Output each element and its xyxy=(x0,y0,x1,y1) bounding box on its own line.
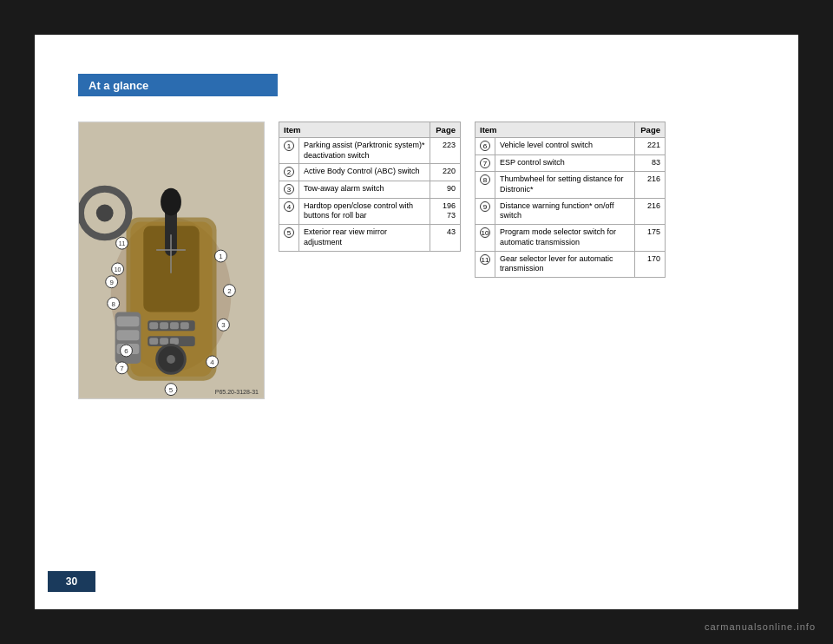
table-row: 9 Distance warning function* on/off swit… xyxy=(476,198,666,224)
item-number: 7 xyxy=(476,154,495,172)
svg-text:3: 3 xyxy=(221,321,226,329)
table-row: 6 Vehicle level control switch 221 xyxy=(476,138,666,155)
item-number: 9 xyxy=(476,198,495,224)
header-title: At a glance xyxy=(89,79,148,92)
svg-text:7: 7 xyxy=(120,365,123,372)
item-description: Active Body Control (ABC) switch xyxy=(299,164,430,181)
left-table-item-header: Item xyxy=(279,122,430,138)
right-table: Item Page 6 Vehicle level control switch… xyxy=(475,122,666,399)
svg-text:4: 4 xyxy=(210,358,214,366)
items-table-left: Item Page 1 Parking assist (Parktronic s… xyxy=(279,122,461,252)
page-number: 30 xyxy=(48,571,95,592)
item-description: Parking assist (Parktronic system)* deac… xyxy=(299,138,430,164)
svg-rect-22 xyxy=(117,316,140,326)
item-description: Tow-away alarm switch xyxy=(299,181,430,199)
item-description: Thumbwheel for setting distance for Dist… xyxy=(495,172,635,198)
item-page: 175 xyxy=(635,225,666,251)
item-page: 220 xyxy=(430,164,461,181)
svg-point-48 xyxy=(96,205,114,222)
image-caption: P65.20-3128-31 xyxy=(215,389,259,395)
table-row: 1 Parking assist (Parktronic system)* de… xyxy=(279,138,461,164)
svg-rect-17 xyxy=(170,338,179,345)
svg-text:8: 8 xyxy=(111,300,115,308)
table-row: 4 Hardtop open/close control with button… xyxy=(279,198,461,224)
item-page: 196 73 xyxy=(430,198,461,224)
svg-text:6: 6 xyxy=(124,347,128,355)
item-number: 6 xyxy=(476,138,495,155)
items-table-right: Item Page 6 Vehicle level control switch… xyxy=(475,122,666,278)
right-table-page-header: Page xyxy=(635,122,666,138)
svg-text:1: 1 xyxy=(219,253,223,260)
header-bar: At a glance xyxy=(78,74,278,96)
item-number: 5 xyxy=(279,225,299,251)
item-page: 43 xyxy=(430,225,461,251)
table-row: 10 Program mode selector switch for auto… xyxy=(476,225,666,251)
item-page: 221 xyxy=(635,138,666,155)
svg-text:9: 9 xyxy=(109,279,114,286)
left-table: Item Page 1 Parking assist (Parktronic s… xyxy=(279,122,461,399)
right-table-item-header: Item xyxy=(476,122,635,138)
svg-rect-12 xyxy=(170,322,179,329)
table-row: 5 Exterior rear view mirror adjustment 4… xyxy=(279,225,461,251)
table-row: 3 Tow-away alarm switch 90 xyxy=(279,181,461,199)
item-description: Exterior rear view mirror adjustment xyxy=(299,225,430,251)
main-content: 1 2 3 4 5 6 7 xyxy=(78,122,772,399)
item-description: ESP control switch xyxy=(495,154,635,172)
item-page: 90 xyxy=(430,181,461,199)
svg-text:5: 5 xyxy=(169,386,174,394)
svg-point-20 xyxy=(167,355,175,364)
watermark-text: carmanualsonline.info xyxy=(705,621,816,632)
item-number: 8 xyxy=(476,172,495,198)
table-row: 2 Active Body Control (ABC) switch 220 xyxy=(279,164,461,181)
item-number: 2 xyxy=(279,164,299,181)
table-row: 8 Thumbwheel for setting distance for Di… xyxy=(476,172,666,198)
item-page: 83 xyxy=(635,154,666,172)
item-page: 170 xyxy=(635,251,666,277)
item-page: 223 xyxy=(430,138,461,164)
table-row: 7 ESP control switch 83 xyxy=(476,154,666,172)
svg-rect-10 xyxy=(149,322,158,329)
item-description: Vehicle level control switch xyxy=(495,138,635,155)
svg-point-6 xyxy=(161,188,181,216)
item-number: 3 xyxy=(279,181,299,199)
svg-rect-15 xyxy=(149,338,158,345)
item-description: Hardtop open/close control with buttons … xyxy=(299,198,430,224)
svg-rect-23 xyxy=(117,330,140,340)
car-diagram-container: 1 2 3 4 5 6 7 xyxy=(78,122,265,399)
svg-text:2: 2 xyxy=(227,287,231,295)
svg-rect-16 xyxy=(160,338,168,345)
svg-text:11: 11 xyxy=(119,240,126,246)
item-number: 1 xyxy=(279,138,299,164)
item-number: 4 xyxy=(279,198,299,224)
item-description: Gear selector lever for automatic transm… xyxy=(495,251,635,277)
item-page: 216 xyxy=(635,198,666,224)
item-description: Distance warning function* on/off switch xyxy=(495,198,635,224)
item-page: 216 xyxy=(635,172,666,198)
item-number: 11 xyxy=(476,251,495,277)
table-row: 11 Gear selector lever for automatic tra… xyxy=(476,251,666,277)
svg-rect-13 xyxy=(180,322,189,329)
left-table-page-header: Page xyxy=(430,122,461,138)
svg-text:10: 10 xyxy=(115,266,121,273)
bottom-bar: carmanualsonline.info xyxy=(0,609,833,644)
item-description: Program mode selector switch for automat… xyxy=(495,225,635,251)
item-number: 10 xyxy=(476,225,495,251)
svg-rect-11 xyxy=(160,322,168,329)
